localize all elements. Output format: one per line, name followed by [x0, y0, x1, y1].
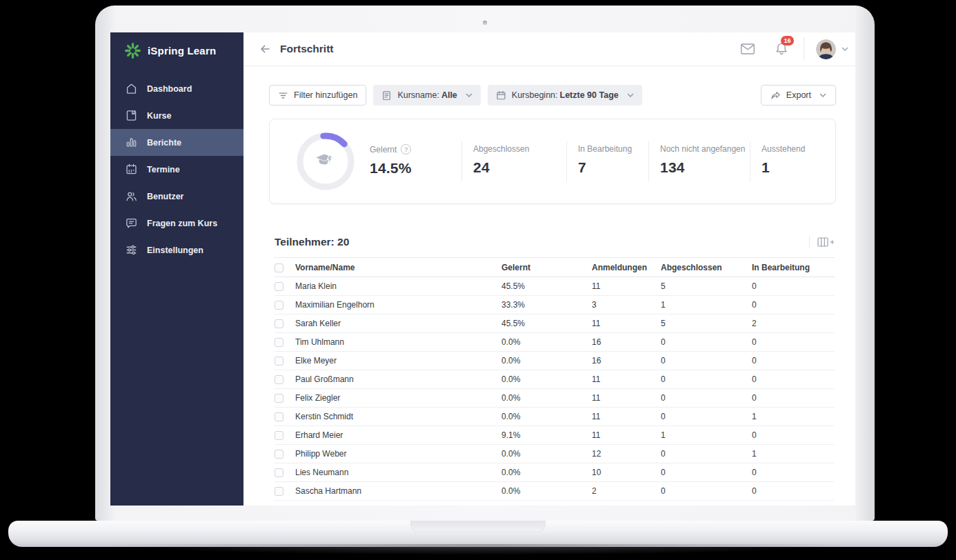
header-actions: 16 [740, 37, 848, 61]
col-vorname-name[interactable]: Vorname/Name [295, 258, 501, 277]
laptop-notch [410, 521, 546, 532]
participants-title: Teilnehmer: 20 [275, 236, 349, 248]
cell-in-bearbeitung: 0 [752, 463, 835, 482]
col-in-bearbeitung[interactable]: In Bearbeitung [752, 258, 835, 277]
cell-gelernt: 0.0% [501, 408, 592, 426]
row-checkbox[interactable] [275, 487, 283, 496]
row-checkbox[interactable] [275, 375, 283, 384]
export-button[interactable]: Export [761, 85, 836, 106]
cell-anmeldungen: 16 [592, 352, 661, 370]
sidebar-item-label: Kurse [147, 111, 171, 121]
app-logo[interactable]: iSpring Learn [110, 32, 243, 69]
cell-abgeschlossen: 0 [661, 463, 752, 482]
add-filter-button[interactable]: Filter hinzufügen [269, 85, 366, 106]
row-checkbox[interactable] [275, 468, 283, 477]
avatar-image [816, 39, 836, 59]
cell-abgeschlossen: 1 [661, 296, 752, 314]
cell-in-bearbeitung: 0 [752, 333, 835, 352]
row-checkbox[interactable] [275, 412, 283, 421]
cell-abgeschlossen: 1 [661, 426, 752, 445]
account-chevron-down-icon[interactable] [842, 47, 848, 52]
chevron-down-icon [466, 93, 472, 98]
cell-abgeschlossen: 5 [661, 277, 752, 296]
laptop-shadow [21, 544, 935, 558]
row-checkbox[interactable] [275, 357, 283, 366]
row-checkbox[interactable] [275, 301, 283, 310]
cell-gelernt: 45.5% [501, 277, 592, 296]
page-header: Fortschritt 16 [243, 32, 855, 66]
sidebar-item-termine[interactable]: Termine [110, 156, 243, 183]
col-gelernt[interactable]: Gelernt [501, 258, 592, 277]
row-checkbox[interactable] [275, 394, 283, 403]
chevron-down-icon [627, 93, 634, 98]
filter-icon [278, 90, 288, 101]
notification-badge: 16 [781, 36, 794, 46]
participants-header: Teilnehmer: 20 [275, 236, 836, 248]
table-row: Sarah Keller45.5%1152 [275, 314, 835, 333]
cell-anmeldungen: 2 [592, 482, 661, 501]
cell-in-bearbeitung: 0 [752, 277, 835, 296]
stat-label: Gelernt [370, 145, 397, 154]
stat-noch-nicht-angefangen: Noch nicht angefangen 134 [648, 141, 750, 181]
add-filter-label: Filter hinzufügen [294, 90, 357, 100]
help-icon[interactable]: ? [401, 144, 411, 154]
row-checkbox[interactable] [275, 282, 283, 291]
ispring-logo-icon [124, 42, 141, 59]
sidebar-item-dashboard[interactable]: Dashboard [110, 75, 243, 102]
cell-name: Felix Ziegler [295, 389, 501, 408]
summary-stats: Gelernt? 14.5% Abgeschlossen 24 In Bearb… [368, 141, 835, 181]
comment-icon [124, 217, 138, 230]
course-start-filter[interactable]: Kursbeginn:Letzte 90 Tage [488, 85, 642, 106]
sidebar-item-kurse[interactable]: Kurse [110, 102, 243, 129]
col-abgeschlossen[interactable]: Abgeschlossen [661, 258, 752, 277]
cell-gelernt: 45.5% [501, 314, 592, 333]
participants-table: Vorname/Name Gelernt Anmeldungen Abgesch… [275, 257, 835, 501]
notifications-bell-icon[interactable]: 16 [774, 41, 789, 57]
cell-in-bearbeitung: 0 [752, 370, 835, 389]
participants-table-body: Maria Klein45.5%1150Maximilian Engelhorn… [275, 277, 835, 501]
mail-icon[interactable] [740, 43, 755, 55]
sidebar-item-label: Termine [147, 165, 180, 174]
cell-anmeldungen: 11 [592, 370, 661, 389]
home-icon [124, 82, 138, 96]
cell-name: Maximilian Engelhorn [295, 296, 501, 314]
table-row: Kerstin Schmidt0.0%1101 [275, 408, 835, 426]
sidebar-item-fragen-zum-kurs[interactable]: Fragen zum Kurs [110, 210, 243, 237]
cell-abgeschlossen: 0 [661, 408, 752, 426]
filter-bar: Filter hinzufügen Kursname:Alle Kursbeg [269, 85, 836, 106]
laptop-screen: iSpring Learn DashboardKurseBerichteTerm… [110, 32, 855, 506]
table-row: Lies Neumann0.0%1000 [275, 463, 835, 482]
cell-name: Maria Klein [295, 277, 501, 296]
sidebar-item-einstellungen[interactable]: Einstellungen [110, 237, 243, 263]
row-checkbox[interactable] [275, 319, 283, 328]
select-all-checkbox[interactable] [275, 263, 283, 272]
avatar[interactable] [816, 39, 836, 59]
row-checkbox[interactable] [275, 338, 283, 347]
course-name-filter[interactable]: Kursname:Alle [373, 85, 480, 106]
header-divider [804, 37, 804, 61]
back-arrow-icon[interactable] [259, 43, 271, 54]
stat-abgeschlossen: Abgeschlossen 24 [461, 141, 566, 181]
sidebar-item-label: Dashboard [147, 84, 192, 94]
cell-name: Sarah Keller [295, 314, 501, 333]
sidebar-item-label: Einstellungen [147, 246, 203, 255]
sidebar-item-berichte[interactable]: Berichte [110, 129, 243, 156]
cell-in-bearbeitung: 1 [752, 445, 835, 463]
sidebar-item-label: Berichte [147, 138, 181, 148]
content: Filter hinzufügen Kursname:Alle Kursbeg [243, 66, 855, 501]
stat-label: Ausstehend [761, 144, 805, 154]
share-export-icon [770, 90, 781, 101]
cell-anmeldungen: 16 [592, 333, 661, 352]
stat-value: 14.5% [370, 160, 461, 177]
calendar-icon [124, 163, 138, 177]
row-checkbox[interactable] [275, 431, 283, 440]
row-checkbox[interactable] [275, 450, 283, 459]
col-anmeldungen[interactable]: Anmeldungen [592, 258, 661, 277]
sidebar-item-benutzer[interactable]: Benutzer [110, 183, 243, 210]
sidebar-item-label: Fragen zum Kurs [147, 219, 217, 228]
cell-abgeschlossen: 0 [661, 389, 752, 408]
cell-name: Lies Neumann [295, 463, 501, 482]
progress-donut [296, 132, 355, 191]
column-settings-icon[interactable] [809, 236, 836, 248]
table-row: Philipp Weber0.0%1201 [275, 445, 835, 463]
